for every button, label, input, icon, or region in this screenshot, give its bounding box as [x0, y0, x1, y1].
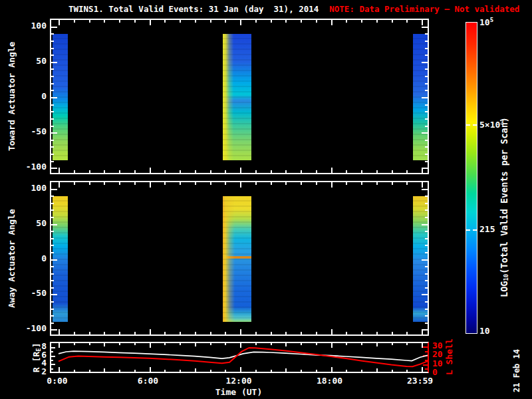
tick-mark — [422, 97, 428, 98]
tick-mark — [425, 231, 428, 232]
tick-mark — [422, 189, 428, 190]
tick-mark — [51, 111, 54, 112]
tick-mark — [134, 20, 136, 23]
tick-mark — [271, 332, 272, 334]
tick-mark — [392, 182, 393, 185]
tick-mark — [150, 182, 151, 188]
tick-mark — [51, 203, 54, 204]
tick-mark — [119, 182, 120, 185]
tick-mark — [425, 140, 428, 141]
tick-mark — [51, 83, 54, 84]
heatmap-band — [223, 196, 251, 322]
tick-mark — [240, 20, 241, 25]
tick-mark — [119, 332, 120, 334]
tick-mark — [225, 182, 226, 185]
tick-mark — [376, 332, 378, 334]
toward-actuator-heatmap-panel — [50, 19, 429, 174]
tick-mark — [425, 33, 428, 35]
tick-mark — [285, 182, 287, 185]
heatmap-band — [223, 34, 251, 160]
tick-mark — [134, 182, 136, 185]
tick-mark — [425, 217, 428, 218]
preliminary-warning: NOTE: Data Preliminary – Not validated — [329, 4, 519, 14]
tick-mark — [51, 27, 57, 28]
tick-mark — [425, 76, 428, 77]
tick-mark — [51, 252, 54, 253]
tick-mark — [422, 294, 428, 295]
tick-mark — [104, 182, 105, 185]
tick-mark — [301, 170, 302, 173]
tick-mark — [271, 20, 272, 23]
tick-mark — [425, 315, 428, 317]
tick-mark — [425, 126, 428, 127]
tick-mark — [51, 209, 54, 211]
y-tick-label: -100 — [16, 162, 47, 172]
tick-mark — [89, 170, 90, 173]
tick-mark — [425, 41, 428, 42]
tick-mark — [392, 20, 393, 23]
tick-mark — [195, 20, 196, 23]
title-row: TWINS1. Total Valid Events: 31 Jan (day … — [68, 4, 519, 14]
colorbar-tick-label: 10 — [479, 326, 490, 336]
y-tick-label: 50 — [16, 56, 47, 66]
tick-mark — [425, 83, 428, 84]
tick-mark — [361, 170, 362, 173]
colorbar-tick-label: 105 — [479, 17, 493, 27]
tick-mark — [195, 332, 196, 334]
tick-mark — [119, 20, 120, 23]
tick-mark — [425, 266, 428, 267]
tick-mark — [422, 62, 428, 63]
tick-mark — [255, 182, 257, 185]
tick-mark — [74, 332, 75, 334]
tick-mark — [51, 48, 54, 49]
tick-mark — [51, 224, 57, 225]
tick-mark — [119, 170, 120, 173]
tick-mark — [74, 182, 75, 185]
tick-mark — [316, 182, 317, 185]
tick-mark — [422, 224, 428, 225]
tick-mark — [51, 189, 57, 190]
tick-mark — [406, 182, 408, 185]
tick-mark — [422, 132, 428, 134]
tick-mark — [406, 332, 408, 334]
tick-mark — [164, 20, 166, 23]
tick-mark — [59, 20, 60, 25]
tick-mark — [59, 329, 60, 334]
tick-mark — [51, 259, 57, 261]
colorbar-label-sub: 10 — [503, 274, 509, 281]
tick-mark — [51, 168, 57, 169]
tick-mark — [422, 182, 423, 188]
tick-mark — [134, 332, 136, 334]
away-actuator-heatmap-panel — [50, 181, 429, 336]
tick-mark — [51, 90, 54, 91]
orbit-parameters-panel — [50, 342, 429, 373]
tick-mark — [425, 273, 428, 275]
tick-mark — [150, 20, 151, 25]
tick-mark — [255, 20, 257, 23]
tick-mark — [425, 252, 428, 253]
tick-mark — [425, 323, 428, 324]
tick-mark — [51, 287, 54, 289]
tick-mark — [301, 182, 302, 185]
tick-mark — [59, 168, 60, 173]
tick-mark — [51, 68, 54, 70]
tick-mark — [425, 111, 428, 112]
tick-mark — [425, 154, 428, 155]
l-shell-line — [59, 348, 428, 366]
tick-mark — [361, 332, 362, 334]
tick-mark — [376, 20, 378, 23]
tick-mark — [271, 170, 272, 173]
tick-mark — [150, 329, 151, 334]
tick-mark — [425, 68, 428, 70]
tick-mark — [51, 76, 54, 77]
tick-mark — [425, 309, 428, 310]
tick-mark — [225, 332, 226, 334]
tick-mark — [285, 20, 287, 23]
time-axis-label: Time (UT) — [192, 387, 285, 397]
colorbar-tick-label: 215 — [479, 224, 495, 234]
y-tick-label: 0 — [16, 253, 47, 264]
tick-mark — [104, 332, 105, 334]
y-tick-label: 100 — [16, 183, 47, 194]
tick-mark — [240, 182, 241, 188]
tick-mark — [361, 182, 362, 185]
